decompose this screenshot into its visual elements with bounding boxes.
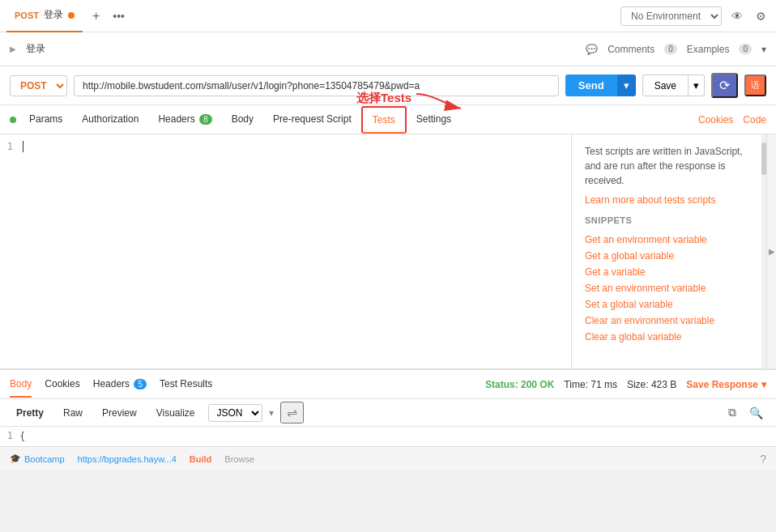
code-row-1: 1 {	[0, 430, 776, 443]
snippets-sidebar: Test scripts are written in JavaScript, …	[572, 134, 766, 368]
url-link[interactable]: https://bpgrades.hayw...4	[78, 454, 177, 464]
response-tab-cookies[interactable]: Cookies	[45, 372, 79, 398]
headers-badge: 8	[199, 114, 212, 125]
response-tab-test-results[interactable]: Test Results	[160, 372, 212, 398]
bootcamp-area: 🎓 Bootcamp	[10, 453, 65, 464]
search-button[interactable]: 🔍	[746, 402, 766, 423]
snippet-set-env[interactable]: Set an environment variable	[585, 280, 753, 296]
snippet-get-variable[interactable]: Get a variable	[585, 264, 753, 280]
beautify-button[interactable]: ⇌	[280, 402, 304, 423]
editor-line-1[interactable]	[19, 141, 571, 152]
save-area: Save ▾	[642, 74, 705, 96]
format-right-icons: ⧉ 🔍	[725, 402, 766, 423]
tab-modified-dot	[68, 12, 75, 19]
code-line-content-1: {	[19, 430, 35, 443]
line-number-1: 1	[0, 141, 19, 152]
tab-body[interactable]: Body	[222, 107, 263, 133]
save-dropdown-button[interactable]: ▾	[689, 74, 705, 96]
url-input[interactable]	[74, 75, 559, 96]
raw-button[interactable]: Raw	[57, 406, 89, 420]
format-chevron[interactable]: ▾	[269, 407, 274, 419]
comment-icon: 💬	[586, 44, 598, 55]
visualize-button[interactable]: Visualize	[150, 406, 202, 420]
snippet-get-global[interactable]: Get a global variable	[585, 248, 753, 264]
save-response-button[interactable]: Save Response ▾	[686, 379, 766, 390]
tab-tests[interactable]: Tests	[361, 106, 407, 134]
examples-count: 0	[739, 44, 752, 54]
comments-count: 0	[664, 44, 677, 54]
send-button[interactable]: Send	[565, 74, 617, 96]
code-area[interactable]: 1 {	[0, 427, 776, 446]
method-select[interactable]: POST	[10, 75, 67, 96]
tab-method-badge: POST	[15, 11, 39, 20]
code-link[interactable]: Code	[743, 114, 766, 126]
response-headers-badge: 5	[134, 379, 147, 389]
tab-title: 登录	[44, 8, 63, 22]
tab-pre-request[interactable]: Pre-request Script	[263, 107, 361, 133]
tab-login[interactable]: POST 登录	[6, 0, 83, 32]
code-line-number-1: 1	[0, 430, 19, 441]
sidebar-scrollbar[interactable]	[761, 134, 766, 368]
sync-icon[interactable]: ⟳	[711, 73, 738, 98]
url-bar: POST Send ▾ Save ▾ ⟳ 语	[0, 66, 776, 105]
format-bar: Pretty Raw Preview Visualize JSON ▾ ⇌ ⧉ …	[0, 399, 776, 427]
save-response-dropdown[interactable]: ▾	[761, 379, 766, 390]
help-icon[interactable]: ?	[760, 453, 766, 466]
eye-icon[interactable]: 👁	[728, 6, 746, 26]
editor-row-1: 1	[0, 141, 571, 152]
comments-label: Comments	[608, 44, 654, 55]
response-tabs: Body Cookies Headers 5 Test Results Stat…	[0, 370, 776, 399]
top-tab-bar: POST 登录 + ••• No Environment 👁 ⚙	[0, 0, 776, 32]
params-dot	[10, 117, 16, 123]
snippet-clear-env[interactable]: Clear an environment variable	[585, 313, 753, 329]
bootcamp-link[interactable]: Bootcamp	[24, 454, 65, 464]
tab-headers[interactable]: Headers 8	[148, 107, 221, 133]
request-name-bar: ▶ 登录 💬 Comments 0 Examples 0 ▾	[0, 32, 776, 66]
tab-params[interactable]: Params	[19, 107, 72, 133]
collapse-arrow[interactable]: ▶	[10, 45, 16, 53]
collapse-icon: ▶	[769, 247, 775, 256]
send-dropdown[interactable]: ▾	[617, 74, 636, 96]
editor-area[interactable]: 1	[0, 134, 572, 368]
status-text: Status: 200 OK	[485, 379, 554, 390]
size-text: Size: 423 B	[627, 379, 676, 390]
sidebar-scrollbar-thumb[interactable]	[761, 143, 766, 175]
snippet-set-global[interactable]: Set a global variable	[585, 296, 753, 313]
learn-more-link[interactable]: Learn more about tests scripts	[585, 194, 753, 206]
language-button[interactable]: 语	[744, 74, 766, 96]
settings-icon[interactable]: ⚙	[753, 6, 770, 26]
snippets-title: SNIPPETS	[585, 215, 753, 225]
sidebar-description: Test scripts are written in JavaScript, …	[585, 144, 753, 188]
send-area: Send ▾	[565, 74, 636, 96]
request-tabs-bar: 选择Tests Params Authorization Headers 8 B…	[0, 105, 776, 134]
response-area: Body Cookies Headers 5 Test Results Stat…	[0, 369, 776, 446]
copy-button[interactable]: ⧉	[725, 402, 740, 423]
time-text: Time: 71 ms	[564, 379, 617, 390]
browse-link[interactable]: Browse	[224, 454, 254, 464]
sidebar-collapse-button[interactable]: ▶	[766, 134, 776, 368]
build-link[interactable]: Build	[190, 454, 212, 464]
cookies-link[interactable]: Cookies	[698, 114, 733, 126]
snippet-get-env[interactable]: Get an environment variable	[585, 232, 753, 248]
response-tab-body[interactable]: Body	[10, 372, 32, 398]
tab-settings[interactable]: Settings	[407, 107, 461, 133]
request-name: 登录	[26, 42, 45, 56]
env-area: No Environment 👁 ⚙	[620, 6, 770, 26]
format-select[interactable]: JSON	[208, 404, 262, 422]
tab-authorization[interactable]: Authorization	[72, 107, 148, 133]
preview-button[interactable]: Preview	[96, 406, 143, 420]
examples-dropdown[interactable]: ▾	[761, 44, 766, 55]
response-tab-headers[interactable]: Headers 5	[93, 372, 147, 398]
save-button[interactable]: Save	[642, 74, 689, 96]
examples-label: Examples	[687, 44, 730, 55]
bottom-bar: 🎓 Bootcamp https://bpgrades.hayw...4 Bui…	[0, 446, 776, 470]
comments-area: 💬 Comments 0 Examples 0 ▾	[586, 44, 766, 55]
more-tabs-button[interactable]: •••	[109, 6, 128, 26]
bootcamp-icon: 🎓	[10, 453, 21, 464]
main-content: 1 Test scripts are written in JavaScript…	[0, 134, 776, 369]
pretty-button[interactable]: Pretty	[10, 406, 50, 420]
new-tab-button[interactable]: +	[89, 6, 103, 27]
right-tabs: Cookies Code	[698, 114, 766, 126]
snippet-clear-global[interactable]: Clear a global variable	[585, 329, 753, 345]
environment-select[interactable]: No Environment	[620, 6, 722, 26]
